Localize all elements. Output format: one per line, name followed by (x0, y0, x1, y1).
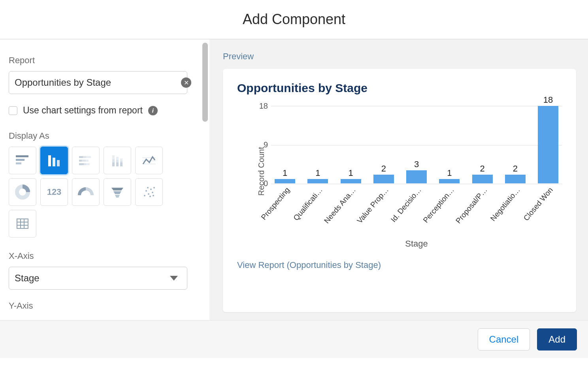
bar (275, 179, 295, 183)
bar-group: 1 (339, 168, 362, 183)
preview-label: Preview (223, 51, 576, 62)
view-report-link[interactable]: View Report (Opportunities by Stage) (237, 260, 562, 270)
scrollbar-thumb[interactable] (202, 43, 208, 122)
y-ticks: 0918 (249, 106, 271, 183)
svg-rect-23 (120, 162, 122, 166)
svg-rect-12 (79, 163, 84, 165)
chart-type-metric[interactable]: 123 (40, 178, 68, 206)
svg-rect-3 (48, 155, 51, 166)
xaxis-select-wrap: Stage (9, 267, 187, 290)
svg-rect-6 (79, 156, 83, 158)
svg-point-35 (152, 192, 153, 193)
use-chart-settings-row: Use chart settings from report i (9, 105, 198, 116)
modal-title: Add Component (243, 11, 345, 28)
y-tick: 18 (259, 102, 268, 111)
svg-rect-40 (17, 219, 28, 228)
svg-rect-4 (53, 158, 55, 166)
add-button[interactable]: Add (537, 328, 577, 351)
svg-point-36 (153, 187, 155, 188)
chart-type-funnel[interactable] (104, 178, 131, 206)
scrollbar[interactable] (202, 43, 209, 317)
preview-title: Opportunities by Stage (237, 81, 562, 95)
svg-rect-19 (116, 160, 119, 162)
report-input[interactable] (9, 71, 187, 94)
chart-type-gauge[interactable] (72, 178, 100, 206)
svg-rect-18 (116, 157, 119, 160)
svg-rect-22 (120, 161, 122, 162)
bar-group: 18 (537, 95, 560, 183)
use-chart-settings-checkbox[interactable] (9, 106, 17, 115)
bar-value: 1 (348, 168, 353, 178)
modal-footer: Cancel Add (0, 320, 588, 358)
svg-rect-2 (16, 162, 21, 164)
bar (373, 175, 394, 183)
svg-point-39 (153, 195, 154, 196)
xaxis-select[interactable]: Stage (9, 267, 187, 290)
chart-type-donut[interactable] (9, 178, 36, 206)
svg-rect-8 (86, 156, 91, 158)
svg-rect-14 (86, 163, 90, 165)
display-as-label: Display As (9, 131, 198, 141)
y-tick: 9 (264, 140, 268, 149)
xaxis-label: X-Axis (9, 251, 198, 261)
bar-value: 2 (381, 164, 386, 174)
x-axis-label: Stage (271, 239, 562, 249)
svg-marker-30 (115, 195, 120, 198)
svg-rect-0 (16, 155, 28, 157)
svg-rect-17 (112, 162, 115, 166)
chart-type-vertical-bar[interactable] (40, 147, 68, 174)
x-tick-label: Closed Won (522, 186, 555, 222)
chart-type-scatter[interactable] (135, 178, 163, 206)
bar-value: 1 (283, 168, 287, 178)
preview-card: Opportunities by Stage Record Count 0918… (223, 69, 576, 312)
info-icon[interactable]: i (148, 106, 158, 115)
bar-value: 2 (480, 164, 484, 174)
chevron-down-icon (170, 276, 178, 281)
chart: Record Count 0918 1112312218 Prospecting… (237, 106, 562, 236)
bar-value: 1 (315, 168, 320, 178)
chart-type-stacked-v[interactable] (104, 147, 131, 174)
svg-rect-13 (84, 163, 86, 165)
svg-point-31 (144, 195, 145, 196)
x-tick-label: Qualificati… (292, 186, 324, 222)
bar-group: 1 (438, 168, 461, 183)
svg-rect-1 (16, 159, 24, 161)
y-tick: 0 (264, 179, 268, 188)
bar (439, 179, 460, 183)
svg-rect-16 (112, 159, 115, 162)
yaxis-label: Y-Axis (9, 301, 198, 311)
chart-plot: 1112312218 (271, 106, 562, 183)
svg-marker-28 (111, 188, 123, 190)
bar (341, 179, 361, 183)
x-labels: ProspectingQualificati…Needs Ana…Value P… (271, 183, 562, 226)
svg-rect-9 (79, 160, 82, 162)
svg-rect-11 (86, 160, 89, 162)
report-label: Report (9, 55, 198, 66)
modal-header: Add Component (0, 0, 588, 40)
chart-type-line[interactable] (135, 147, 163, 174)
report-input-wrap: ✕ (9, 71, 198, 94)
chart-type-table[interactable] (9, 210, 36, 237)
bar-value: 2 (513, 164, 518, 174)
chart-type-stacked-h[interactable] (72, 147, 100, 174)
chart-type-horizontal-bar[interactable] (9, 147, 36, 174)
bar-group: 1 (306, 168, 329, 183)
bar (472, 175, 493, 183)
svg-rect-15 (112, 155, 115, 159)
clear-report-icon[interactable]: ✕ (181, 77, 191, 88)
cancel-button[interactable]: Cancel (478, 328, 530, 351)
modal-body: Report ✕ Use chart settings from report … (0, 40, 588, 320)
svg-point-33 (148, 193, 149, 195)
svg-point-32 (145, 190, 147, 192)
chart-type-grid: 123 (9, 147, 167, 237)
xaxis-select-value: Stage (15, 273, 40, 284)
bar-value: 18 (543, 95, 553, 105)
svg-point-37 (147, 187, 149, 188)
svg-marker-29 (113, 191, 121, 194)
bar-group: 2 (471, 164, 494, 183)
svg-point-38 (149, 196, 151, 197)
svg-point-34 (150, 188, 152, 190)
config-panel: Report ✕ Use chart settings from report … (0, 40, 209, 320)
preview-panel: Preview Opportunities by Stage Record Co… (209, 40, 588, 320)
svg-rect-20 (116, 162, 119, 166)
